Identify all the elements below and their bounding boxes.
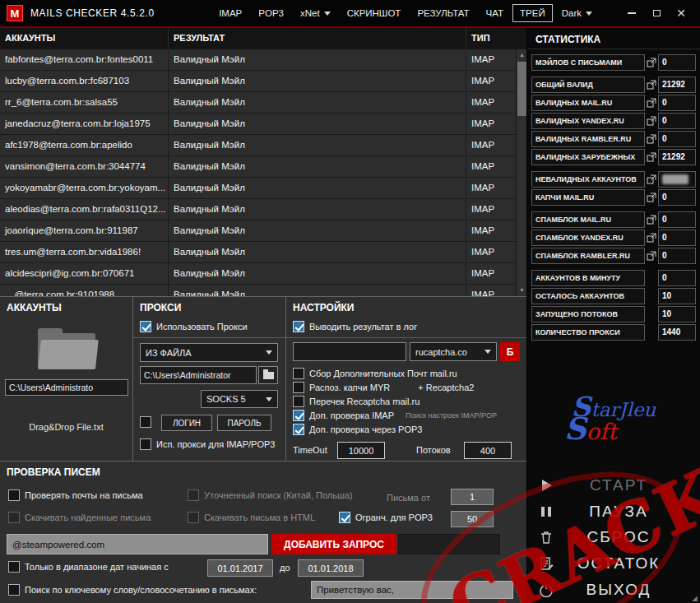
menu-imap[interactable]: IMAP xyxy=(211,4,249,22)
table-row[interactable]: vansimon@terra.com.br:3044774Валидный Мэ… xyxy=(0,156,516,178)
pause-button[interactable]: ПАУЗА xyxy=(527,499,700,525)
letters-from-value[interactable]: 1 xyxy=(451,489,494,505)
table-row[interactable]: joaorique@terra.com.br:911987Валидный Мэ… xyxy=(0,220,516,242)
open-accounts-folder-icon[interactable] xyxy=(38,328,95,369)
recheck-recaptcha-checkbox[interactable]: Перечек Recaptcha mail.ru xyxy=(293,396,420,407)
menu-chat[interactable]: ЧАТ xyxy=(479,4,511,22)
table-row[interactable]: tres.um@terra.com.br:vida1986!Валидный М… xyxy=(0,242,516,263)
download-html-checkbox[interactable]: Скачивать письма в HTML xyxy=(188,512,315,523)
close-button[interactable]: ✕ xyxy=(669,2,693,24)
balance-button[interactable]: Б xyxy=(500,342,520,361)
menu-xnet[interactable]: xNet xyxy=(293,4,338,22)
refined-search-checkbox[interactable]: Уточненный поиск (Китай, Польша) xyxy=(188,489,353,501)
proxy-login-button[interactable]: ЛОГИН xyxy=(161,415,212,431)
folder-icon xyxy=(263,372,274,379)
checkbox-checked-icon[interactable] xyxy=(140,321,151,332)
export-icon[interactable] xyxy=(645,251,658,261)
captcha-service-dropdown[interactable]: rucaptcha.co xyxy=(410,342,497,361)
accounts-path-input[interactable] xyxy=(5,379,128,396)
menu-result[interactable]: РЕЗУЛЬТАТ xyxy=(410,4,476,22)
keyword-search-checkbox[interactable]: Поиск по ключевому слову/словосочетанию … xyxy=(8,584,257,596)
table-row[interactable]: janedacruz@terra.com.br:loja1975Валидный… xyxy=(0,114,516,135)
captcha-key-input[interactable] xyxy=(293,342,406,361)
recognize-captcha-checkbox[interactable]: Распоз. капчи MYR + Recaptcha2 xyxy=(293,382,474,393)
start-button[interactable]: СТАРТ xyxy=(527,472,700,499)
threads-input[interactable] xyxy=(464,442,512,459)
checkbox-checked-icon[interactable] xyxy=(339,512,350,523)
results-table: АККАУНТЫ РЕЗУЛЬТАТ ТИП fabfontes@terra.c… xyxy=(0,28,526,296)
export-icon[interactable] xyxy=(645,215,658,225)
header-accounts[interactable]: АККАУНТЫ xyxy=(0,28,169,49)
header-result[interactable]: РЕЗУЛЬТАТ xyxy=(169,28,466,49)
table-row[interactable]: lucby@terra.com.br:fc687103Валидный Мэйл… xyxy=(0,71,516,92)
export-icon[interactable] xyxy=(645,233,658,243)
collect-extra-mail-checkbox[interactable]: Сбор Дополнительных Почт mail.ru xyxy=(293,368,457,379)
checkbox-unchecked-icon[interactable] xyxy=(140,438,151,450)
menu-tray[interactable]: ТРЕЙ xyxy=(512,4,553,22)
table-row[interactable]: yokoyamabr@terra.com.br:yokoyam...Валидн… xyxy=(0,178,516,199)
table-row[interactable]: afc1978@terra.com.br:apelidoВалидный Мэй… xyxy=(0,135,516,156)
checkbox-unchecked-icon[interactable] xyxy=(293,382,304,393)
table-row[interactable]: rr_6@terra.com.br:salsa55Валидный МэйлIM… xyxy=(0,92,516,114)
minimize-button[interactable] xyxy=(619,2,644,24)
export-icon[interactable] xyxy=(645,80,658,90)
timeout-input[interactable] xyxy=(337,442,385,459)
proxy-auth-checkbox[interactable] xyxy=(140,416,151,428)
keyword-input[interactable] xyxy=(311,581,513,599)
table-row[interactable]: aleodias@terra.com.br:rafa0311Q12...Вали… xyxy=(0,199,516,220)
checkbox-checked-icon[interactable] xyxy=(293,424,304,435)
rest-button[interactable]: ОСТАТОК xyxy=(527,550,700,577)
proxy-type-dropdown[interactable]: SOCKS 5 xyxy=(201,390,278,408)
export-icon[interactable] xyxy=(645,116,658,126)
checkbox-unchecked-icon[interactable] xyxy=(293,396,304,407)
browse-proxy-file-button[interactable] xyxy=(258,366,278,384)
pop3-limit-checkbox[interactable]: Огранч. для POP3 xyxy=(339,512,433,523)
pop3-extra-check-checkbox[interactable]: Доп. проверка через POP3 xyxy=(293,424,422,435)
imap-extra-check-checkbox[interactable]: Доп. проверка IMAP Поиск настроек IMAP/P… xyxy=(293,410,497,421)
date-from-picker[interactable]: 01.01.2017 xyxy=(207,559,273,577)
checkbox-unchecked-icon[interactable] xyxy=(8,584,20,596)
menu-pop3[interactable]: POP3 xyxy=(251,4,291,22)
maximize-button[interactable] xyxy=(644,2,669,24)
proxy-source-dropdown[interactable]: ИЗ ФАЙЛА xyxy=(140,343,278,362)
checkbox-checked-icon[interactable] xyxy=(293,410,304,421)
scroll-down-icon[interactable]: ▼ xyxy=(517,285,526,296)
checkbox-unchecked-icon[interactable] xyxy=(8,561,20,573)
export-icon[interactable] xyxy=(645,134,658,144)
export-icon[interactable] xyxy=(645,98,658,108)
proxy-password-button[interactable]: ПАРОЛЬ xyxy=(217,415,271,431)
export-icon[interactable] xyxy=(645,174,658,184)
exit-button[interactable]: ВЫХОД xyxy=(527,577,700,603)
pop3-limit-value[interactable]: 50 xyxy=(451,511,494,527)
use-proxy-for-imap-checkbox[interactable]: Исп. прокси для IMAP/POP3 xyxy=(140,438,275,450)
table-scrollbar[interactable]: ▲ ▼ xyxy=(516,49,526,296)
export-icon[interactable] xyxy=(645,192,658,202)
download-letters-checkbox[interactable]: Скачивать найденные письма xyxy=(8,512,151,523)
scroll-up-icon[interactable]: ▲ xyxy=(517,49,526,61)
reset-label: СБРОС xyxy=(565,528,672,546)
checkbox-unchecked-icon[interactable] xyxy=(8,489,20,501)
checkbox-unchecked-icon[interactable] xyxy=(293,368,304,379)
checkbox-unchecked-icon[interactable] xyxy=(140,416,151,428)
date-to-picker[interactable]: 01.01.2018 xyxy=(298,559,364,577)
log-output-checkbox[interactable]: Выводить результат в лог xyxy=(293,321,417,332)
menu-screenshot[interactable]: СКРИНШОТ xyxy=(340,4,409,22)
table-row[interactable]: …@terra.com.br:9101988Валидный МэйлIMAP xyxy=(0,285,516,296)
add-query-button[interactable]: ДОБАВИТЬ ЗАПРОС xyxy=(271,534,396,554)
reset-button[interactable]: СБРОС xyxy=(527,525,700,551)
proxy-path-input[interactable] xyxy=(140,366,257,384)
check-letters-checkbox[interactable]: Проверять почты на письма xyxy=(8,489,143,501)
search-query-input[interactable] xyxy=(7,534,268,554)
query-list-box[interactable] xyxy=(398,534,500,554)
table-row[interactable]: alcidescipri@ig.com.br:070671Валидный Мэ… xyxy=(0,263,516,285)
use-proxy-checkbox[interactable]: Использовать Прокси xyxy=(140,321,248,332)
export-icon[interactable] xyxy=(645,152,658,162)
export-icon[interactable] xyxy=(645,58,658,67)
table-row[interactable]: fabfontes@terra.com.br:fontes0011Валидны… xyxy=(0,49,516,71)
theme-selector[interactable]: Dark xyxy=(554,4,600,22)
checkbox-checked-icon[interactable] xyxy=(293,321,304,332)
date-range-checkbox[interactable]: Только в диапазоне дат начиная с xyxy=(8,561,169,573)
header-type[interactable]: ТИП xyxy=(466,28,516,49)
resize-grip[interactable]: ◢ xyxy=(692,595,698,601)
scrollbar-thumb[interactable] xyxy=(517,62,526,116)
